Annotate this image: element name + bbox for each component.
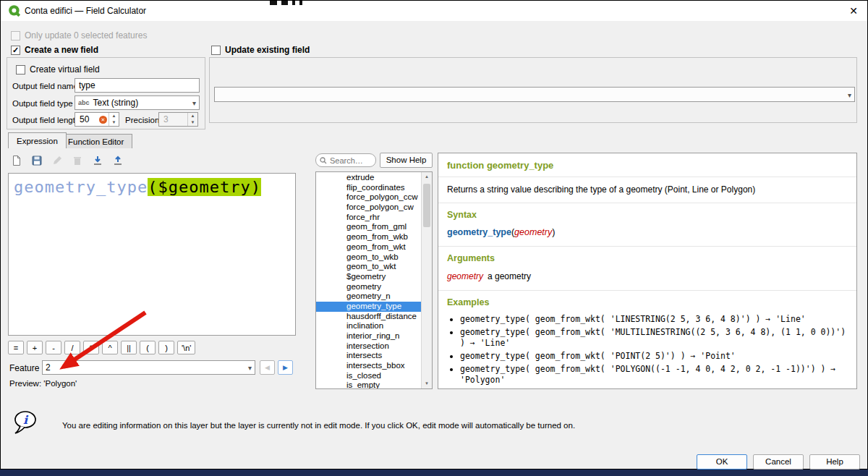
- help-description: Returns a string value describing the ty…: [438, 177, 856, 203]
- function-list-item[interactable]: is_empty: [316, 381, 421, 389]
- output-field-name-label: Output field name: [12, 82, 78, 90]
- clear-icon[interactable]: ✕: [99, 116, 107, 124]
- precision-label: Precision: [125, 116, 159, 124]
- prev-feature-button: ◀: [260, 360, 275, 375]
- function-list-items: extrudeflip_coordinatesforce_polygon_ccw…: [316, 173, 421, 389]
- spin-down-icon: ▼: [188, 119, 197, 126]
- function-list-item[interactable]: intersects_bbox: [316, 361, 421, 371]
- function-list-item[interactable]: force_polygon_ccw: [316, 192, 421, 203]
- example-item: geometry_type( geom_from_wkt( 'LINESTRIN…: [460, 314, 848, 325]
- operator-button[interactable]: =: [8, 341, 24, 354]
- function-list-item[interactable]: geometry_type: [316, 302, 421, 312]
- chevron-down-icon: ▾: [848, 90, 851, 98]
- function-list-item[interactable]: is_closed: [316, 371, 421, 381]
- function-list-item[interactable]: inclination: [316, 321, 421, 331]
- preview-row: Preview: 'Polygon': [9, 379, 77, 388]
- only-update-checkbox[interactable]: Only update 0 selected features: [11, 30, 147, 41]
- save-expression-button[interactable]: [28, 152, 45, 169]
- precision-value: 3: [159, 114, 187, 124]
- checkbox-label: Create a new field: [25, 45, 98, 55]
- search-input[interactable]: [330, 156, 372, 165]
- export-expression-button[interactable]: [109, 152, 126, 169]
- output-field-type-select[interactable]: abc Text (string) ▾: [75, 95, 200, 110]
- spinner-arrows[interactable]: ▲ ▼: [109, 113, 119, 126]
- function-list-item[interactable]: intersection: [316, 341, 421, 352]
- output-field-length-spinner[interactable]: 50 ✕ ▲ ▼: [75, 112, 119, 127]
- checkbox-box: [211, 46, 221, 55]
- precision-spinner: 3 ▲ ▼: [158, 112, 198, 127]
- expression-function-token: geometry_type: [14, 178, 148, 196]
- file-icon: [11, 155, 22, 166]
- update-existing-field-checkbox[interactable]: Update existing field: [211, 45, 310, 55]
- expression-editor[interactable]: geometry_type($geometry): [8, 173, 296, 336]
- function-list-item[interactable]: geometry_n: [316, 292, 421, 302]
- operator-button[interactable]: (: [140, 341, 156, 354]
- preview-value: 'Polygon': [43, 379, 77, 388]
- function-list-item[interactable]: interior_ring_n: [316, 331, 421, 341]
- syntax-function-name: geometry_type: [447, 227, 511, 237]
- function-list-item[interactable]: flip_coordinates: [316, 183, 421, 193]
- operator-button[interactable]: -: [46, 341, 61, 354]
- operator-buttons: =+-/*^||()'\n': [8, 341, 195, 354]
- create-new-field-checkbox[interactable]: ✓ Create a new field: [11, 45, 98, 55]
- show-help-button[interactable]: Show Help: [380, 153, 433, 168]
- function-search[interactable]: [315, 153, 376, 167]
- syntax-argument: geometry: [514, 227, 552, 237]
- function-list-item[interactable]: force_polygon_cw: [316, 203, 421, 213]
- next-feature-button[interactable]: ▶: [278, 360, 293, 375]
- function-list-item[interactable]: intersects: [316, 351, 421, 361]
- scrollbar-thumb[interactable]: [423, 184, 430, 227]
- spin-up-icon[interactable]: ▲: [109, 113, 119, 119]
- spin-up-icon: ▲: [188, 113, 197, 119]
- examples-heading: Examples: [438, 291, 856, 313]
- help-title: function geometry_type: [438, 153, 856, 177]
- operator-button[interactable]: /: [64, 341, 80, 354]
- output-field-type-label: Output field type: [12, 99, 73, 108]
- function-list-item[interactable]: extrude: [316, 173, 421, 183]
- edit-mode-notice: You are editing information on this laye…: [62, 421, 575, 430]
- example-item: geometry_type( geom_from_wkt( 'POINT(2 5…: [460, 351, 848, 362]
- scroll-down-icon[interactable]: ▼: [422, 379, 432, 388]
- example-item: geometry_type( geom_from_wkt( 'POLYGON((…: [460, 364, 848, 386]
- cancel-button[interactable]: Cancel: [753, 454, 804, 469]
- tab-expression[interactable]: Expression: [8, 132, 67, 148]
- function-list-item[interactable]: geometry: [316, 282, 421, 292]
- ok-button[interactable]: OK: [697, 454, 747, 469]
- qgis-logo-icon: [8, 4, 21, 17]
- close-button[interactable]: ✕: [847, 4, 860, 17]
- function-list-item[interactable]: geom_from_wkb: [316, 232, 421, 242]
- import-expression-button[interactable]: [89, 152, 106, 169]
- function-list-item[interactable]: force_rhr: [316, 213, 421, 223]
- function-list-item[interactable]: hausdorff_distance: [316, 312, 421, 322]
- edit-expression-button: [48, 152, 65, 169]
- existing-field-select[interactable]: ▾: [214, 87, 855, 102]
- operator-button[interactable]: '\n': [177, 341, 195, 354]
- create-virtual-field-checkbox[interactable]: Create virtual field: [16, 64, 100, 75]
- function-list-item[interactable]: $geometry: [316, 272, 421, 282]
- import-icon: [92, 155, 103, 166]
- function-list-item[interactable]: geom_from_wkt: [316, 242, 421, 252]
- function-list-scrollbar[interactable]: ▲ ▼: [421, 172, 432, 388]
- help-panel: function geometry_type Returns a string …: [438, 153, 857, 389]
- arguments-heading: Arguments: [438, 247, 856, 268]
- operator-button[interactable]: ): [158, 341, 174, 354]
- operator-button[interactable]: *: [83, 341, 99, 354]
- output-field-name-input[interactable]: [75, 78, 200, 93]
- argument-row: geometrya geometry: [438, 268, 856, 290]
- checkbox-label: Create virtual field: [30, 64, 100, 75]
- new-expression-button[interactable]: [8, 152, 25, 169]
- help-button[interactable]: Help: [809, 454, 860, 469]
- example-item: geometry_type( geom_from_wkt( 'MULTILINE…: [460, 327, 848, 349]
- scroll-up-icon[interactable]: ▲: [422, 172, 432, 182]
- operator-button[interactable]: +: [27, 341, 43, 354]
- tab-function-editor[interactable]: Function Editor: [59, 134, 132, 148]
- pencil-icon: [51, 155, 63, 166]
- operator-button[interactable]: ^: [102, 341, 118, 354]
- function-list-item[interactable]: geom_to_wkt: [316, 262, 421, 272]
- spin-down-icon[interactable]: ▼: [109, 119, 119, 126]
- function-list-item[interactable]: geom_from_gml: [316, 222, 421, 232]
- feature-select[interactable]: 2 ▾: [42, 360, 255, 375]
- operator-button[interactable]: ||: [121, 341, 137, 354]
- function-list-item[interactable]: geom_to_wkb: [316, 252, 421, 263]
- delete-expression-button: [69, 152, 85, 169]
